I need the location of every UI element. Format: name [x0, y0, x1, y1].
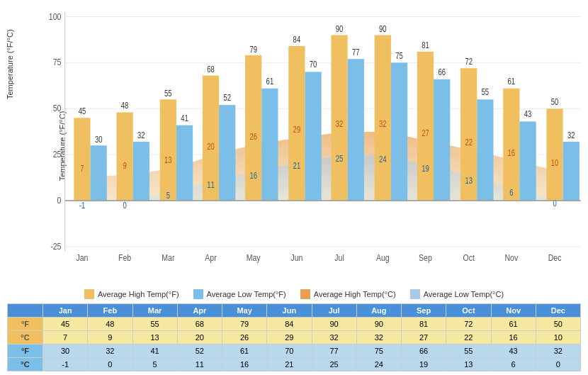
table-header-jun: Jun — [267, 304, 312, 318]
bar-low-f-apr — [219, 105, 235, 201]
table-cell-r2-c3: 52 — [177, 345, 222, 358]
table-header-blank — [8, 304, 43, 318]
svg-text:90: 90 — [379, 24, 387, 33]
table-header-feb: Feb — [88, 304, 132, 318]
svg-text:29: 29 — [293, 125, 301, 134]
svg-text:72: 72 — [465, 57, 473, 66]
svg-text:20: 20 — [207, 142, 215, 151]
table-header-aug: Aug — [356, 304, 401, 318]
svg-text:52: 52 — [223, 93, 231, 102]
svg-text:13: 13 — [164, 155, 172, 164]
table-cell-r1-c8: 27 — [402, 331, 446, 345]
svg-text:Jan: Jan — [76, 252, 88, 264]
table-cell-r1-c6: 32 — [312, 331, 356, 345]
svg-text:Apr: Apr — [205, 252, 216, 264]
legend-label-low-f: Average Low Temp(°F) — [207, 290, 286, 298]
bar-high-f-jun — [288, 46, 305, 201]
svg-text:22: 22 — [465, 138, 473, 147]
table-cell-r0-c10: 61 — [491, 318, 536, 331]
table-row-header-1: °C — [8, 331, 43, 345]
bar-high-f-aug — [375, 35, 391, 201]
svg-text:7: 7 — [80, 164, 84, 173]
svg-text:79: 79 — [249, 44, 257, 53]
table-header-jul: Jul — [312, 304, 356, 318]
table-cell-r0-c4: 79 — [222, 318, 267, 331]
table-cell-r2-c11: 32 — [536, 345, 580, 358]
table-cell-r1-c1: 9 — [88, 331, 132, 345]
table-cell-r2-c4: 61 — [222, 345, 267, 358]
table-row-header-2: °F — [8, 345, 43, 358]
svg-text:61: 61 — [508, 77, 516, 86]
svg-text:Mar: Mar — [162, 252, 174, 264]
svg-text:48: 48 — [121, 101, 129, 110]
table-cell-r3-c6: 25 — [312, 358, 356, 371]
svg-text:100: 100 — [49, 11, 62, 22]
svg-text:-1: -1 — [79, 201, 85, 210]
table-cell-r3-c4: 16 — [222, 358, 267, 371]
table-cell-r2-c8: 66 — [402, 345, 446, 358]
legend-box-low-f — [193, 289, 203, 299]
table-cell-r0-c2: 55 — [132, 318, 177, 331]
chart-svg: 100 75 50 25 0 -25 — [43, 7, 581, 285]
svg-text:25: 25 — [336, 153, 344, 162]
svg-text:0: 0 — [553, 198, 556, 208]
table-cell-r0-c9: 72 — [446, 318, 491, 331]
table-cell-r1-c7: 32 — [356, 331, 401, 345]
svg-text:11: 11 — [207, 180, 215, 189]
table-cell-r3-c0: -1 — [43, 358, 88, 371]
svg-text:6: 6 — [509, 188, 513, 197]
table-cell-r2-c10: 43 — [491, 345, 536, 358]
table-cell-r1-c2: 13 — [132, 331, 177, 345]
bar-high-f-jul — [331, 35, 347, 201]
svg-text:13: 13 — [465, 176, 473, 185]
legend-low-f: Average Low Temp(°F) — [193, 289, 286, 299]
bar-low-f-feb — [133, 142, 149, 201]
table-header-nov: Nov — [491, 304, 536, 318]
svg-text:-25: -25 — [50, 241, 61, 252]
table-cell-r0-c11: 50 — [536, 318, 580, 331]
legend-label-low-c: Average Low Temp(°C) — [424, 290, 504, 298]
svg-text:Sep: Sep — [419, 252, 432, 264]
table-cell-r2-c7: 75 — [356, 345, 401, 358]
svg-text:61: 61 — [266, 77, 274, 86]
bar-low-f-jan — [91, 145, 107, 201]
table-cell-r0-c0: 45 — [43, 318, 88, 331]
bar-low-f-jul — [348, 59, 364, 201]
svg-text:90: 90 — [336, 24, 344, 33]
table-cell-r3-c7: 24 — [356, 358, 401, 371]
svg-text:26: 26 — [249, 131, 257, 140]
table-cell-r2-c6: 77 — [312, 345, 356, 358]
table-cell-r3-c3: 11 — [177, 358, 222, 371]
svg-text:24: 24 — [379, 155, 387, 164]
svg-text:Jun: Jun — [290, 252, 303, 264]
table-cell-r0-c5: 84 — [267, 318, 312, 331]
table-cell-r3-c10: 6 — [491, 358, 536, 371]
svg-text:77: 77 — [352, 47, 360, 56]
legend-label-high-c: Average High Temp(°C) — [314, 290, 396, 298]
svg-text:81: 81 — [422, 40, 429, 50]
table-cell-r0-c6: 90 — [312, 318, 356, 331]
bar-high-f-feb — [117, 112, 133, 201]
table-cell-r0-c7: 90 — [356, 318, 401, 331]
bar-high-f-nov — [503, 89, 519, 201]
svg-text:75: 75 — [53, 57, 62, 68]
svg-text:70: 70 — [310, 60, 317, 69]
table-cell-r3-c5: 21 — [267, 358, 312, 371]
legend-high-f: Average High Temp(°F) — [84, 289, 179, 299]
svg-text:55: 55 — [482, 87, 490, 96]
legend-box-low-c — [410, 289, 420, 299]
svg-text:Oct: Oct — [463, 252, 475, 264]
legend-label-high-f: Average High Temp(°F) — [98, 290, 179, 298]
svg-text:75: 75 — [395, 51, 403, 60]
svg-text:Dec: Dec — [548, 252, 562, 264]
table-cell-r3-c9: 13 — [446, 358, 491, 371]
svg-text:32: 32 — [137, 130, 145, 140]
svg-text:0: 0 — [123, 201, 126, 210]
table-cell-r1-c9: 22 — [446, 331, 491, 345]
table-cell-r3-c2: 5 — [132, 358, 177, 371]
svg-text:32: 32 — [336, 119, 344, 128]
svg-text:55: 55 — [164, 89, 172, 98]
svg-text:25: 25 — [53, 149, 62, 160]
svg-text:50: 50 — [551, 97, 559, 106]
table-cell-r3-c8: 19 — [402, 358, 446, 371]
